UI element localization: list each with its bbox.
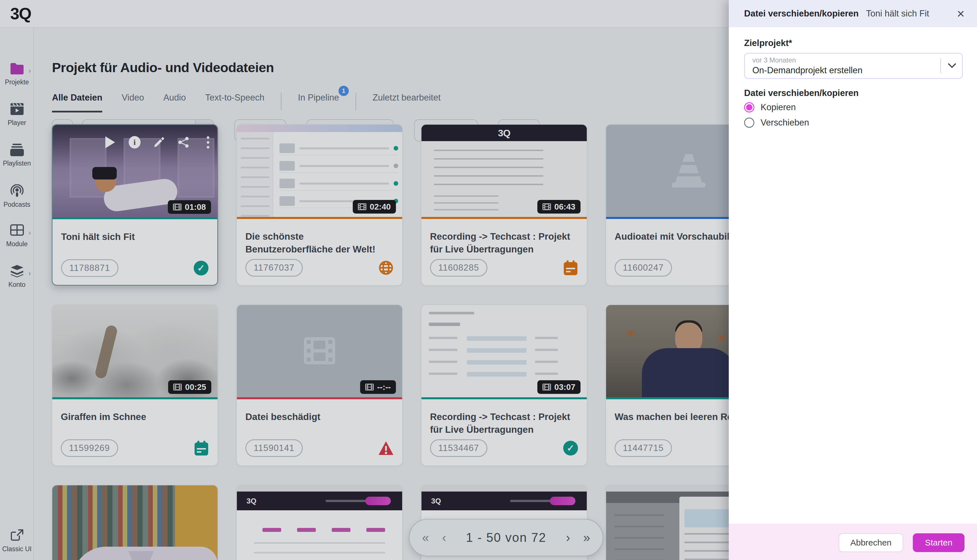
- select-divider: [940, 59, 941, 73]
- select-option-meta: vor 3 Monaten: [752, 56, 862, 64]
- move-copy-group-label: Datei verschieben/kopieren: [744, 88, 859, 98]
- zielprojekt-select[interactable]: vor 3 Monaten On-Demandprojekt erstellen: [744, 53, 963, 79]
- app-window: 3Q › Projekte Player Playlisten P: [0, 0, 977, 560]
- select-option-value: On-Demandprojekt erstellen: [752, 65, 862, 75]
- radio-selected-icon: [744, 102, 754, 112]
- move-copy-drawer: Datei verschieben/kopieren Toni hält sic…: [729, 0, 977, 560]
- drawer-header: Datei verschieben/kopieren Toni hält sic…: [729, 0, 977, 27]
- chevron-down-icon: [948, 63, 956, 69]
- drawer-footer: Abbrechen Starten: [729, 523, 977, 560]
- radio-unselected-icon: [744, 118, 754, 128]
- drawer-subtitle-filename: Toni hält sich Fit: [866, 8, 929, 19]
- radio-kopieren[interactable]: Kopieren: [744, 102, 796, 112]
- start-button[interactable]: Starten: [913, 533, 965, 552]
- close-icon[interactable]: ×: [957, 7, 965, 20]
- cancel-button[interactable]: Abbrechen: [839, 533, 903, 552]
- zielprojekt-label: Zielprojekt*: [744, 38, 792, 48]
- radio-verschieben[interactable]: Verschieben: [744, 118, 809, 128]
- drawer-title: Datei verschieben/kopieren: [744, 8, 859, 19]
- modal-backdrop[interactable]: [0, 0, 729, 560]
